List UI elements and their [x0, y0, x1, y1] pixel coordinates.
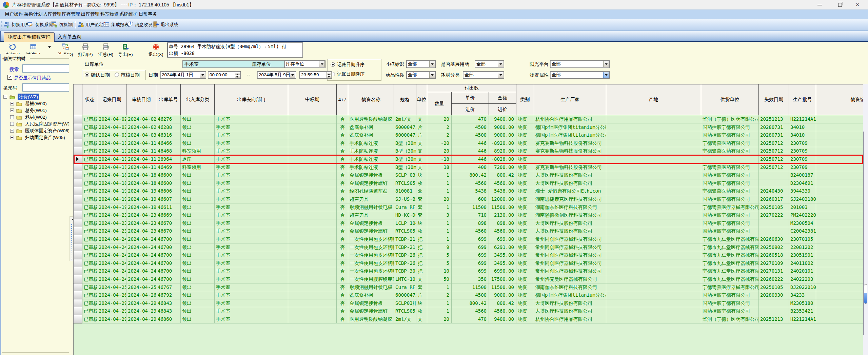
menu-item-5[interactable]: 科室物资: [99, 9, 120, 19]
cell-post-date[interactable]: 2024-04-29: [97, 307, 126, 315]
cell-category[interactable]: 物资: [516, 307, 534, 315]
cell-dest-dept[interactable]: 手术室: [215, 163, 288, 172]
cell-bid-period[interactable]: [288, 251, 337, 259]
cell-batch-no[interactable]: M2305180: [789, 299, 816, 308]
cell-spec[interactable]: SJ-US-B5: [394, 195, 416, 203]
cell-batch-no[interactable]: 201003: [789, 203, 816, 212]
cell-supplier[interactable]: 华润（宁德）医药有限公司: [701, 315, 759, 323]
cell-batch-no[interactable]: DJ20220100: [789, 283, 816, 292]
cell-category[interactable]: 物资: [516, 259, 534, 268]
column-header-selector[interactable]: [74, 84, 82, 115]
cell-price[interactable]: 699: [452, 243, 489, 252]
cell-bid-period[interactable]: [288, 211, 337, 219]
cell-amount[interactable]: 4560.00: [489, 227, 516, 235]
cell-spec[interactable]: B型（30mg/ml）：5ml: [394, 139, 416, 147]
cell-post-date[interactable]: 2024-04-25: [97, 283, 126, 292]
cell-supplier[interactable]: 宁德市九仁堂医疗器械有限公司: [701, 275, 759, 283]
column-header-batch-no[interactable]: 生产批号: [789, 84, 816, 115]
cell-post-date[interactable]: 2024-04-29: [97, 315, 126, 323]
cell-flag47[interactable]: 否: [337, 203, 348, 212]
cell-status[interactable]: 已审核: [82, 219, 97, 228]
cell-audit-date[interactable]: 2024-04-18: [126, 171, 156, 179]
cell-order-no[interactable]: 46670: [156, 227, 181, 235]
cell-supplier[interactable]: 国药控股宁德有限公司: [701, 171, 759, 179]
cell-unit[interactable]: 把: [416, 259, 427, 268]
cell-origin[interactable]: [606, 203, 701, 212]
cell-selector[interactable]: [74, 131, 82, 139]
cell-qty[interactable]: 20: [427, 147, 452, 155]
cell-qty[interactable]: 1: [427, 283, 452, 292]
tree-item[interactable]: +妇幼固定资产(W05): [1, 134, 71, 141]
cell-order-no[interactable]: 46700: [156, 251, 181, 259]
cell-origin[interactable]: [606, 235, 701, 243]
cell-bid-period[interactable]: [288, 307, 337, 315]
cell-dest-dept[interactable]: 手术室: [215, 267, 288, 275]
cell-price[interactable]: 600: [452, 195, 489, 203]
cell-expiry-date[interactable]: [759, 227, 789, 235]
cell-batch-no[interactable]: 24011002: [789, 259, 816, 268]
cell-item-name[interactable]: 一次性使用包皮环切吻合器: [348, 251, 394, 259]
cell-category[interactable]: 物资: [516, 251, 534, 259]
cell-order-no[interactable]: 46669: [156, 211, 181, 219]
cell-post-date[interactable]: 2024-04-19: [97, 203, 126, 212]
cell-selector[interactable]: [74, 275, 82, 283]
cell-spec[interactable]: SCLP 03: [394, 171, 416, 179]
cell-dest-dept[interactable]: 手术室: [215, 203, 288, 212]
cell-price[interactable]: 11500: [452, 203, 489, 212]
cell-category[interactable]: 物资: [516, 275, 534, 283]
cell-post-date[interactable]: 2024-04-24: [97, 275, 126, 283]
cell-bid-period[interactable]: [288, 187, 337, 195]
cell-expiry-date[interactable]: 20251213: [759, 115, 789, 123]
cell-item-code[interactable]: [816, 291, 863, 299]
cell-order-no[interactable]: 46600: [156, 171, 181, 179]
cell-status[interactable]: 已审核: [82, 315, 97, 323]
cell-post-date[interactable]: 2024-04-19: [97, 195, 126, 203]
cell-batch-no[interactable]: SJ24031801: [789, 195, 816, 203]
cell-status[interactable]: 已审核: [82, 251, 97, 259]
cell-bid-period[interactable]: [288, 243, 337, 252]
cell-supplier[interactable]: 华润（宁德）医药有限公司: [701, 115, 759, 123]
cell-spec[interactable]: 2ml/支: [394, 115, 416, 123]
column-header-dest-dept[interactable]: 出库去向部门: [215, 84, 288, 115]
cell-price[interactable]: 400: [452, 163, 489, 172]
cell-price[interactable]: 699: [452, 235, 489, 243]
cell-manufacturer[interactable]: 湖南瀚德微创医疗科技有限公司: [534, 211, 606, 219]
cell-expiry-date[interactable]: 20270222: [759, 211, 789, 219]
cell-inout-type[interactable]: 领出: [181, 115, 215, 123]
cell-inout-type[interactable]: 领出: [181, 179, 215, 188]
cell-audit-date[interactable]: 2024-04-24: [126, 235, 156, 243]
cell-spec[interactable]: RTCLS05: [394, 227, 416, 235]
cell-expiry-date[interactable]: [759, 299, 789, 308]
cell-supplier[interactable]: 宁德市九仁堂医疗器械有限公司: [701, 259, 759, 268]
cell-amount[interactable]: 800.42: [489, 299, 516, 308]
date-from-combo[interactable]: 2024年 4月 1日: [160, 71, 206, 79]
cell-batch-no[interactable]: H221214A12: [789, 115, 816, 123]
expand-icon[interactable]: +: [10, 136, 14, 139]
cell-order-no[interactable]: 46276: [156, 115, 181, 123]
cell-qty[interactable]: 18: [427, 163, 452, 172]
cell-bid-period[interactable]: [288, 227, 337, 235]
cell-bid-period[interactable]: [288, 203, 337, 212]
cell-selector[interactable]: [74, 203, 82, 212]
cell-spec[interactable]: TCBP-30*: [394, 267, 416, 275]
cell-supplier[interactable]: 宁德市九仁堂医疗器械有限公司: [701, 243, 759, 252]
flag47-combo[interactable]: 全部: [406, 60, 436, 68]
cell-selector[interactable]: [74, 211, 82, 219]
tree-item[interactable]: +人民医院固定资产(W04): [1, 121, 71, 127]
scrollbar-thumb[interactable]: [864, 284, 867, 304]
cell-origin[interactable]: [606, 219, 701, 228]
cell-supplier[interactable]: 宁德市九仁堂医疗器械有限公司: [701, 251, 759, 259]
cell-spec[interactable]: RTCLS05: [394, 307, 416, 315]
cell-bid-period[interactable]: [288, 163, 337, 172]
cell-category[interactable]: 物资: [516, 203, 534, 212]
cell-expiry-date[interactable]: 20270109: [759, 259, 789, 268]
cell-status[interactable]: 已审核: [82, 307, 97, 315]
cell-dest-dept[interactable]: 手术室: [215, 251, 288, 259]
cell-item-name[interactable]: 一次性使用包皮环切吻合器: [348, 243, 394, 252]
cell-flag47[interactable]: 否: [337, 179, 348, 188]
cell-audit-date[interactable]: 2024-04-19: [126, 203, 156, 212]
cell-price[interactable]: 4560: [452, 307, 489, 315]
cell-inout-type[interactable]: 领出: [181, 283, 215, 292]
cell-origin[interactable]: [606, 251, 701, 259]
cell-batch-no[interactable]: 34010: [789, 123, 816, 132]
